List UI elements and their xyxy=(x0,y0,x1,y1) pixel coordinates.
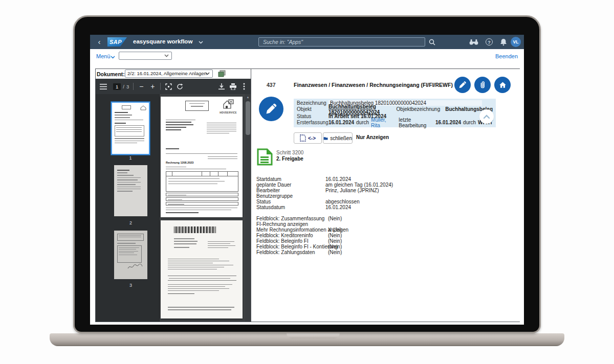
more-options-kebab-icon[interactable] xyxy=(238,81,250,92)
search-icon[interactable] xyxy=(427,37,437,47)
status-label: Status xyxy=(297,113,328,119)
delivery-meta-block xyxy=(208,240,236,249)
field-value: 16.01.2024 xyxy=(325,176,351,182)
durch-label: durch xyxy=(356,120,369,125)
field-label: Statusdatum xyxy=(256,204,285,210)
fit-page-icon[interactable] xyxy=(163,81,174,92)
pdf-total-pages: 3 xyxy=(126,84,129,89)
feldblock-label: Feldblock: Kreditoreninfo xyxy=(256,233,313,238)
view-mode-label: Nur Anzeigen xyxy=(356,134,389,140)
step-id: Schritt 3200 xyxy=(276,150,303,155)
close-button[interactable]: schließen xyxy=(323,132,353,144)
document-select[interactable]: 2/2: 16.01.2024, Allgemeine Anlagen xyxy=(125,70,213,78)
page: ‹ SAP easysquare workflow ? VL Menü xyxy=(0,0,614,364)
objekt-label: Objekt xyxy=(297,106,328,112)
exit-link[interactable]: Beenden xyxy=(495,53,518,59)
chevron-down-icon[interactable] xyxy=(111,56,115,59)
help-glyph: ? xyxy=(486,38,493,46)
invoice-totals xyxy=(166,193,238,206)
home-button[interactable] xyxy=(494,77,511,93)
order-info-block xyxy=(168,257,236,271)
avatar[interactable]: VL xyxy=(511,37,521,47)
closing-paragraph xyxy=(166,206,238,215)
sap-logo: SAP xyxy=(107,37,127,47)
edit-pen-button[interactable] xyxy=(454,77,471,93)
chevron-down-icon[interactable] xyxy=(199,41,203,44)
feldblock-label: Feldblock: Zusammenfassung xyxy=(256,216,324,221)
back-button[interactable]: ‹ xyxy=(95,37,103,47)
search-input[interactable] xyxy=(258,37,425,47)
thumbnail-label-3: 3 xyxy=(114,283,147,288)
pdf-toolbar: 1 / 3 − + xyxy=(96,79,251,94)
thumbnail-page-1[interactable] xyxy=(112,103,149,154)
feldblock-label: Feldblock: Beleginfo FI xyxy=(256,238,309,244)
order-meta xyxy=(208,155,238,161)
document-info-box: Bezeichnung Buchhaltungsbeleg 1820100000… xyxy=(294,99,496,127)
workflow-panel: 437 Finanzwesen / Finanzwesen / Rechnung… xyxy=(252,69,520,322)
bezeichnung-label: Bezeichnung xyxy=(297,100,328,106)
document-select-value: 2/2: 16.01.2024, Allgemeine Anlagen xyxy=(127,71,207,76)
invoice-items-table xyxy=(166,171,238,192)
sender-block xyxy=(174,237,200,249)
ersterfassung-label: Ersterfassung xyxy=(297,120,328,125)
zoom-out-icon[interactable]: − xyxy=(136,81,147,92)
thumbnail-pane: 1 2 xyxy=(96,94,160,322)
feldblock-value: (Nein) xyxy=(328,249,342,255)
print-icon[interactable] xyxy=(227,81,238,92)
items-rows xyxy=(168,283,236,295)
menu-dropdown-label[interactable]: Menü xyxy=(96,53,111,59)
paperclip-icon xyxy=(478,81,487,89)
footer-rows xyxy=(168,305,236,312)
ersterfassung-date: 16.01.2024 xyxy=(328,120,354,125)
ersterfassung-user-link[interactable]: Müller, Rita xyxy=(371,117,390,128)
thumbnail-page-3[interactable] xyxy=(114,231,147,279)
items-header xyxy=(168,276,236,281)
workflow-number: 437 xyxy=(267,82,276,88)
letzte-bearbeitung-label: letzte Bearbeitung xyxy=(399,117,430,128)
pdf-scrollbar[interactable]: ▲ xyxy=(245,94,251,322)
plus-glyph: + xyxy=(150,83,155,90)
thumbnail-page-2[interactable] xyxy=(114,165,147,216)
postmark-stamp xyxy=(185,101,209,111)
binoculars-icon[interactable] xyxy=(469,37,479,47)
chevron-up-icon xyxy=(483,115,490,119)
step-document-icon xyxy=(256,148,273,166)
menu-select[interactable] xyxy=(119,52,172,60)
laptop-base xyxy=(50,333,564,346)
objektbezeichnung-label: Objektbezeichnung xyxy=(397,106,441,112)
feldblock-label: Feldblock: Beleginfo FI - Kontierung xyxy=(256,244,338,249)
barcode xyxy=(174,226,216,233)
pdf-viewer-body: 1 2 xyxy=(96,94,251,322)
object-lines xyxy=(166,165,227,171)
open-in-window-icon[interactable] xyxy=(218,70,226,77)
feldblock-value: (Nein) xyxy=(328,233,342,238)
pdf-page-area: HOUSERVICE xyxy=(160,94,245,322)
workflow-step-pen-badge xyxy=(259,97,283,121)
scroll-up-arrow[interactable]: ▲ xyxy=(245,94,251,100)
field-value: Prinz, Juliane (JPRINZ) xyxy=(325,188,379,193)
shell-bar: ‹ SAP easysquare workflow ? VL xyxy=(90,35,524,49)
attachments-button[interactable] xyxy=(474,77,491,93)
pdf-page-2-delivery-note xyxy=(161,220,243,318)
pdf-menu-icon[interactable] xyxy=(98,81,109,92)
home-icon xyxy=(498,81,507,89)
document-selector-bar: Dokument: 2/2: 16.01.2024, Allgemeine An… xyxy=(96,69,251,79)
rotate-icon[interactable] xyxy=(174,81,185,92)
feldblock-value: (Nein) xyxy=(328,238,342,244)
pdf-current-page[interactable]: 1 xyxy=(113,83,121,90)
close-button-label: schließen xyxy=(330,135,352,141)
app-title[interactable]: easysquare workflow xyxy=(133,38,192,44)
recipient-address-block xyxy=(166,118,196,132)
help-icon[interactable]: ? xyxy=(484,37,494,47)
collapse-info-button[interactable] xyxy=(479,109,494,124)
minus-glyph: − xyxy=(139,83,143,90)
notifications-bell-icon[interactable] xyxy=(498,37,509,47)
scrollbar-thumb[interactable] xyxy=(246,101,250,135)
houservice-logo: HOUSERVICE xyxy=(217,99,239,114)
workflow-title: Finanzwesen / Finanzwesen / Rechnungsein… xyxy=(294,82,453,88)
zoom-in-icon[interactable]: + xyxy=(147,81,158,92)
houservice-logo-text: HOUSERVICE xyxy=(217,111,239,114)
download-icon[interactable] xyxy=(216,81,227,92)
field-value: am gleichen Tag (16.01.2024) xyxy=(325,182,393,188)
switch-document-button[interactable]: <-> xyxy=(294,132,322,144)
